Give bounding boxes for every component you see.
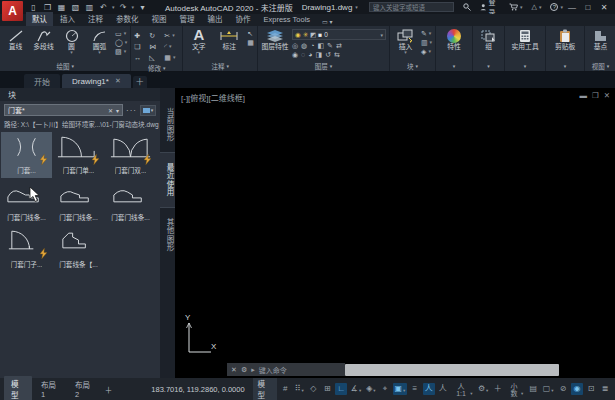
array-icon-dropdown[interactable]: ▾ [173,55,176,60]
insert-button[interactable]: 插入 ▾ [393,28,418,56]
clipboard-button[interactable]: 剪贴板 [549,28,581,50]
leader-icon[interactable]: ↖ [247,30,254,37]
snap-mode-icon[interactable]: ⠿▾ [293,383,305,395]
layer-off-icon[interactable]: ◎ [292,42,298,49]
panel-expand-icon[interactable]: ▾ [163,65,166,71]
workspace-icon-dropdown[interactable]: ▾ [486,389,488,394]
trim-icon-dropdown[interactable]: ▾ [172,33,175,38]
tab-start[interactable]: 开始 [24,74,60,88]
lineweight-icon[interactable]: ≡ [409,383,421,395]
command-customize-icon[interactable]: ⚙ [241,366,247,374]
layout-tab-布局2[interactable]: 布局2 [68,377,100,400]
panel-annotate-label[interactable]: 注释▾ [183,61,257,71]
panel-expand-icon[interactable]: ▾ [416,63,419,69]
block-item-7[interactable]: 门套线条【... [53,226,104,272]
ribbon-tab-管理[interactable]: 管理 [174,12,201,26]
ellipse-icon[interactable]: ◯▾ [115,39,127,46]
layer-combo-dropdown-icon[interactable]: ▾ [380,32,383,38]
arc-button[interactable]: 圆弧 ▾ [87,28,112,56]
fillet-icon[interactable]: ◜▾ [164,41,179,52]
layer-merge-icon[interactable]: ⇆ [334,51,340,58]
graphics-performance-icon[interactable]: ◉ [571,383,583,395]
ribbon-options-icon[interactable]: ▭ ▾ [317,17,337,26]
ellipse-icon-dropdown[interactable]: ▾ [125,40,128,45]
block-item-6[interactable]: 门套门子... [1,226,52,272]
units-label-dropdown[interactable]: ▾ [521,392,523,397]
new-tab-button[interactable]: ＋ [133,76,147,88]
text-button[interactable]: A 文字 ▾ [186,28,211,56]
block-item-1[interactable]: 门套门单... [53,132,104,178]
array-icon[interactable]: ▦▾ [164,52,179,63]
command-close-icon[interactable]: ✕ [231,366,237,374]
search-icon[interactable] [463,3,471,11]
panel-clipboard-label[interactable]: ▾ [546,61,584,71]
workspace-icon[interactable]: ⚙▾ [476,383,489,395]
save-icon[interactable]: ▦ [56,3,67,12]
ribbon-tab-注释[interactable]: 注释 [82,12,109,26]
new-file-icon[interactable]: ▯ [28,3,39,12]
panel-expand-icon[interactable]: ▾ [564,63,567,69]
rectangle-icon[interactable]: ▭▾ [115,30,127,37]
undo-icon-dropdown[interactable]: ▾ [112,4,115,10]
panel-expand-icon[interactable]: ▾ [487,63,490,69]
polar-tracking-icon-dropdown[interactable]: ▾ [359,389,361,394]
ribbon-tab-输出[interactable]: 输出 [202,12,229,26]
help-icon[interactable]: ?▾ [550,3,563,11]
browse-button[interactable]: ··· [126,106,137,115]
doc-dropdown-icon[interactable]: ▾ [355,4,358,10]
ribbon-tab-默认[interactable]: 默认 [26,12,53,26]
close-button[interactable]: ✕ [598,3,610,12]
palette-tab-当前图形[interactable]: 当前图形 [160,98,175,152]
ribbon-tab-参数化[interactable]: 参数化 [110,12,145,26]
utilities-button[interactable]: 实用工具 [508,28,542,50]
layout-tab-模型[interactable]: 模型 [4,376,32,400]
isodraft-icon-dropdown[interactable]: ▾ [373,389,375,394]
doc-close-icon[interactable]: ✕ [604,91,610,100]
panel-utilities-label[interactable]: ▾ [505,61,545,71]
layer-thaw-icon[interactable]: ◕ [308,51,312,58]
panel-expand-icon[interactable]: ▾ [71,63,74,69]
filter-clear-icon[interactable]: ✕ [108,107,113,114]
quick-properties-icon[interactable]: ▤ [527,383,539,395]
maximize-button[interactable]: □ [582,3,594,12]
layer-unisolate-icon[interactable]: ◌ [301,51,305,58]
define-attributes-icon[interactable]: ▥▾ [421,39,432,46]
hatch-icon[interactable]: ▨▾ [115,48,127,55]
circle-dropdown-icon[interactable]: ▾ [70,50,73,56]
drawing-canvas[interactable]: [-][俯视][二维线框] ▬ ❐ ✕ Y X ✕ ⚙ ▸ 键入命令 [175,88,615,378]
arc-dropdown-icon[interactable]: ▾ [98,50,101,56]
cart-dropdown-icon[interactable]: ▾ [520,4,523,10]
undo-icon[interactable]: ↶ [98,3,109,12]
ribbon-tab-Express Tools[interactable]: Express Tools [258,14,317,26]
help-question-icon[interactable]: ? [550,3,558,11]
ribbon-tab-视图[interactable]: 视图 [146,12,173,26]
base-point-button[interactable]: 基点 [588,28,613,50]
panel-expand-icon[interactable]: ▾ [453,63,456,69]
edit-attribute-icon-dropdown[interactable]: ▾ [429,31,432,36]
panel-expand-icon[interactable]: ▾ [524,63,527,69]
command-input[interactable] [345,364,559,376]
help-dropdown-icon[interactable]: ▾ [560,4,563,10]
isolate-objects-icon[interactable]: ⊘ [557,383,569,395]
block-editor-icon[interactable]: ◈▾ [421,48,432,55]
tab-close-icon[interactable]: ✕ [115,77,121,85]
new-layout-button[interactable]: ＋ [102,382,116,397]
annotation-scale-label[interactable]: 人 1:1▾ [451,380,475,399]
panel-block-label[interactable]: 块▾ [390,61,435,71]
layer-properties-button[interactable]: 图层特性 [261,28,289,50]
plot-icon[interactable]: ▥ [84,3,95,12]
move-icon[interactable]: ✚ [134,30,149,41]
help-search-input[interactable]: 键入关键字或短语 [369,2,454,12]
autoscale-icon[interactable]: 人 [437,383,449,395]
annotation-scale-label-dropdown[interactable]: ▾ [470,392,472,397]
panel-properties-label[interactable]: ▾ [436,61,472,71]
circle-button[interactable]: 圆 ▾ [59,28,84,56]
lock-ui-icon[interactable]: ▢▾ [541,383,555,395]
ortho-icon[interactable]: ∟ [335,383,347,395]
units-label[interactable]: 小数▾ [506,380,525,399]
layer-previous-icon[interactable]: ⇄ [336,42,342,49]
thumbnail-view-button[interactable]: ▾ [140,105,156,116]
open-file-icon[interactable]: ❒ [42,3,53,12]
annotation-monitor-icon[interactable]: ＋ [492,383,504,395]
polyline-button[interactable]: 多段线 [31,28,56,50]
